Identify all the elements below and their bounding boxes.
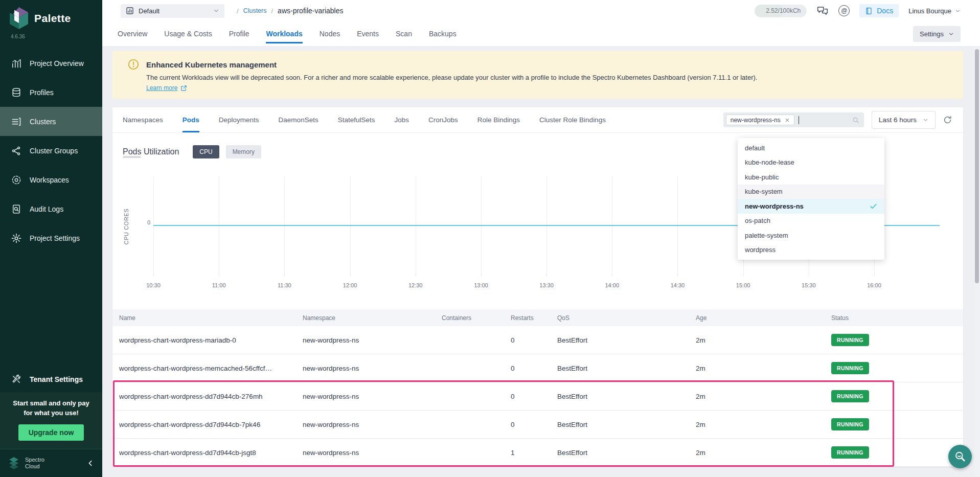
column-header-namespace: Namespace — [303, 314, 442, 322]
column-header-qos: QoS — [557, 314, 696, 322]
cluster-tab[interactable]: Usage & Costs — [164, 21, 212, 46]
pods-table: Name Namespace Containers Restarts QoS A… — [112, 309, 963, 467]
chart-gridline — [153, 176, 154, 276]
pod-status-cell: RUNNING — [831, 334, 963, 346]
sidebar: Palette 4.6.36 Project Overview Profiles… — [0, 0, 102, 477]
pod-qos-cell: BestEffort — [557, 421, 696, 428]
page-scrollbar-thumb[interactable] — [975, 49, 979, 283]
pod-restarts-cell: 0 — [511, 365, 557, 372]
namespace-dropdown-item[interactable]: kube-public — [738, 170, 884, 185]
chart-xtick-label: 15:00 — [736, 282, 750, 288]
workloads-subtab[interactable]: StatefulSets — [338, 107, 375, 132]
chart-y-axis-label: CPU CORES — [123, 209, 129, 245]
palette-logo-icon — [9, 7, 29, 30]
banner-body: The current Workloads view will be depre… — [146, 74, 953, 81]
namespace-dropdown-item[interactable]: kube-node-lease — [738, 155, 884, 170]
chart-xtick-label: 14:30 — [671, 282, 685, 288]
project-selector[interactable]: Default — [121, 4, 224, 18]
workloads-subtabs: Namespaces Pods Deployments DaemonSets — [123, 107, 606, 132]
chart-gridline — [481, 176, 482, 276]
clusters-icon — [11, 117, 21, 127]
sidebar-item[interactable]: Clusters — [0, 107, 102, 136]
namespace-dropdown-item[interactable]: wordpress — [738, 243, 884, 258]
cluster-tab[interactable]: Scan — [396, 21, 412, 46]
namespace-dropdown-item[interactable]: os-patch — [738, 214, 884, 229]
workloads-subtab[interactable]: CronJobs — [428, 107, 458, 132]
table-row[interactable]: wordpress-chart-wordpress-dd7d944cb-7pk4… — [112, 411, 963, 439]
workloads-subtab[interactable]: Cluster Role Bindings — [539, 107, 606, 132]
namespace-filter-input[interactable]: new-wordpress-ns — [723, 112, 864, 127]
chart-xtick-label: 13:30 — [539, 282, 554, 288]
pod-name-cell: wordpress-chart-wordpress-dd7d944cb-jsgt… — [119, 449, 303, 457]
cluster-tab[interactable]: Profile — [229, 21, 249, 46]
namespace-dropdown-item[interactable]: default — [738, 141, 884, 155]
chart-gridline — [284, 176, 285, 276]
workloads-subtab-label: Jobs — [394, 116, 409, 124]
cluster-tab[interactable]: Nodes — [320, 21, 340, 46]
chart-gridline — [350, 176, 351, 276]
support-chat-button[interactable] — [948, 445, 972, 468]
time-range-select[interactable]: Last 6 hours — [872, 111, 936, 129]
sidebar-item[interactable]: Workspaces — [0, 165, 102, 194]
sidebar-item-tenant-settings[interactable]: Tenant Settings — [0, 367, 102, 392]
sidebar-item[interactable]: Cluster Groups — [0, 136, 102, 165]
chart-xtick-label: 15:30 — [802, 282, 816, 288]
breadcrumb-clusters-link[interactable]: Clusters — [243, 7, 267, 14]
table-row[interactable]: wordpress-chart-wordpress-dd7d944cb-276m… — [112, 382, 963, 411]
cluster-tab-label: Backups — [429, 30, 457, 38]
metric-toggle-chip[interactable]: CPU — [193, 145, 219, 158]
refresh-icon[interactable] — [943, 116, 952, 124]
cluster-tab-label: Overview — [118, 30, 147, 38]
namespace-option-label: kube-node-lease — [745, 158, 794, 166]
sidebar-item[interactable]: Project Settings — [0, 223, 102, 253]
metric-toggle-chip[interactable]: Memory — [226, 145, 261, 158]
learn-more-link[interactable]: Learn more — [146, 84, 187, 92]
sidebar-collapse-button[interactable] — [87, 460, 94, 467]
chat-icon[interactable] — [816, 6, 829, 16]
namespace-dropdown-item[interactable]: new-wordpress-ns — [738, 199, 884, 214]
sidebar-item[interactable]: Audit Logs — [0, 194, 102, 223]
workloads-subtab[interactable]: Pods — [183, 107, 199, 132]
settings-button[interactable]: Settings — [913, 26, 961, 42]
pod-age-cell: 2m — [696, 365, 831, 372]
namespace-dropdown-item[interactable]: palette-system — [738, 228, 884, 243]
namespace-dropdown-item[interactable]: kube-system — [738, 185, 884, 199]
pod-containers-cell — [442, 336, 511, 344]
workloads-subtab[interactable]: Namespaces — [123, 107, 163, 132]
remove-tag-icon[interactable] — [785, 118, 790, 123]
pod-restarts-cell: 0 — [511, 393, 557, 400]
book-icon — [865, 7, 873, 15]
workloads-subtab[interactable]: Deployments — [219, 107, 259, 132]
check-icon — [870, 202, 877, 210]
namespace-option-label: os-patch — [745, 217, 770, 224]
docs-button[interactable]: Docs — [859, 4, 899, 17]
table-row[interactable]: wordpress-chart-wordpress-memcached-56cf… — [112, 354, 963, 382]
chart-xtick-label: 12:00 — [343, 282, 357, 288]
breadcrumb: / Clusters / aws-profile-variables — [237, 7, 343, 15]
workloads-controls: new-wordpress-ns Last 6 hours — [723, 111, 952, 129]
workloads-subtab-row: Namespaces Pods Deployments DaemonSets — [112, 107, 963, 133]
workloads-subtab[interactable]: Role Bindings — [477, 107, 520, 132]
workloads-subtab[interactable]: DaemonSets — [279, 107, 318, 132]
pod-namespace-cell: new-wordpress-ns — [303, 393, 442, 400]
cluster-groups-icon — [11, 146, 21, 156]
cluster-tab[interactable]: Workloads — [266, 21, 302, 46]
cluster-tab[interactable]: Overview — [118, 21, 147, 46]
cluster-tab[interactable]: Backups — [429, 21, 457, 46]
sidebar-item[interactable]: Profiles — [0, 78, 102, 107]
cluster-tab-bar: Overview Usage & Costs Profile Workloads — [102, 21, 980, 46]
spectro-cloud-label: Spectro Cloud — [25, 457, 44, 469]
column-header-status: Status — [831, 314, 963, 322]
user-menu[interactable]: Linus Bourque — [908, 7, 961, 15]
pod-namespace-cell: new-wordpress-ns — [303, 421, 442, 428]
chart-gridline — [219, 176, 219, 276]
table-row[interactable]: wordpress-chart-wordpress-mariadb-0 new-… — [112, 326, 963, 354]
sidebar-item[interactable]: Project Overview — [0, 49, 102, 78]
table-row[interactable]: wordpress-chart-wordpress-dd7d944cb-jsgt… — [112, 439, 963, 467]
cluster-tab-label: Workloads — [266, 30, 302, 38]
support-at-icon[interactable]: @ — [838, 5, 850, 16]
cluster-tab[interactable]: Events — [357, 21, 379, 46]
upgrade-now-button[interactable]: Upgrade now — [18, 424, 84, 441]
workloads-subtab[interactable]: Jobs — [394, 107, 409, 132]
chart-y-tick-label: 0 — [141, 219, 150, 225]
